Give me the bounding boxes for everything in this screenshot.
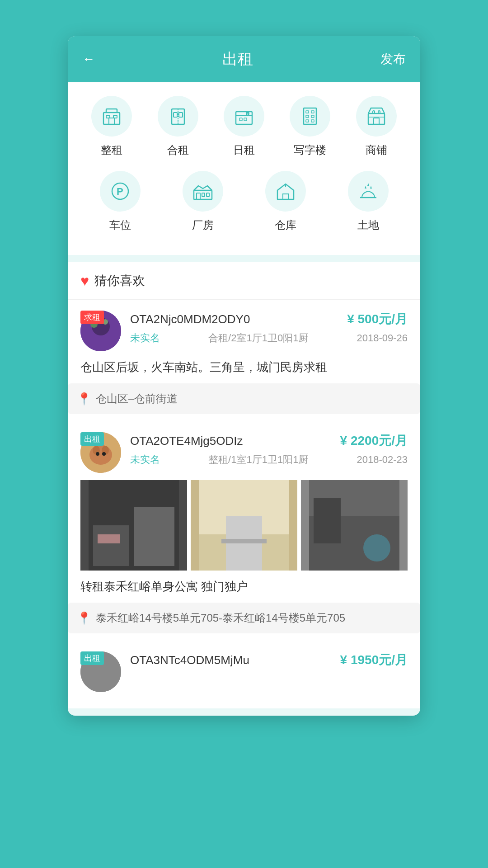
listing-info-3: OTA3NTc4ODM5MjMu ¥ 1950元/月 [130,651,408,672]
photo-grid-2 [80,480,408,571]
svg-point-35 [96,452,99,456]
photo-1 [80,480,187,571]
badge-2: 出租 [80,432,104,446]
category-shop[interactable]: 商铺 [349,96,404,157]
publish-button[interactable]: 发布 [380,51,406,68]
location-text-2: 泰禾红峪14号楼5单元705-泰禾红峪14号楼5单元705 [96,611,345,625]
listing-top-1: 求租 OTA2Njc0MDM2ODY0 ¥ 500元/月 未实名 合租/2室1厅… [80,311,408,351]
svg-rect-3 [113,115,117,118]
category-land[interactable]: 土地 [341,171,395,232]
name-row-3: OTA3NTc4ODM5MjMu ¥ 1950元/月 [130,651,408,669]
parking-icon-wrap: P [100,171,141,212]
category-daily-rent[interactable]: ¥ 日租 [217,96,271,157]
whole-rent-icon-wrap [91,96,132,137]
location-text-1: 仓山区–仓前街道 [96,392,178,406]
username-3: OTA3NTc4ODM5MjMu [130,653,249,667]
photo-img-1 [80,480,187,571]
svg-rect-10 [239,118,242,121]
header: ← 出租 发布 [68,36,420,82]
shared-rent-icon-wrap [158,96,198,137]
heart-icon: ♥ [80,273,89,289]
whole-rent-label: 整租 [101,143,122,157]
recommend-header: ♥ 猜你喜欢 [68,262,420,300]
svg-rect-2 [106,115,110,118]
name-row-2: OTA2OTE4Mjg5ODIz ¥ 2200元/月 [130,432,408,449]
whole-rent-icon [101,105,122,127]
land-icon-wrap [348,171,389,212]
date-1: 2018-09-26 [357,332,408,344]
svg-rect-13 [306,111,309,113]
page-title: 出租 [222,49,253,70]
svg-rect-16 [311,115,314,118]
price-1: ¥ 500元/月 [347,311,408,328]
parking-label: 车位 [109,218,131,232]
svg-rect-11 [244,118,247,121]
listing-info-1: OTA2Njc0MDM2ODY0 ¥ 500元/月 未实名 合租/2室1厅1卫0… [130,311,408,345]
svg-rect-17 [306,120,309,122]
shared-rent-label: 合租 [167,143,189,157]
date-2: 2018-02-23 [357,454,408,466]
parking-icon: P [109,180,131,202]
office-label: 写字楼 [294,143,326,157]
pin-icon-2: 📍 [77,611,91,625]
office-icon [299,105,321,127]
price-2: ¥ 2200元/月 [340,432,408,449]
svg-rect-40 [98,534,120,543]
svg-point-32 [89,445,112,465]
photo-2 [191,480,297,571]
badge-1: 求租 [80,311,104,324]
listing-card-3[interactable]: 出租 OTA3NTc4ODM5MjMu ¥ 1950元/月 [68,641,420,708]
photo-img-3 [301,480,408,571]
svg-rect-47 [314,498,341,543]
svg-rect-19 [368,113,385,124]
back-button[interactable]: ← [82,52,95,66]
category-whole-rent[interactable]: 整租 [84,96,139,157]
recommend-section: ♥ 猜你喜欢 求租 [68,262,420,708]
category-shared-rent[interactable]: 合租 [151,96,205,157]
shared-rent-icon [167,105,189,127]
factory-icon [192,180,214,202]
meta-row-1: 未实名 合租/2室1厅1卫0阳1厨 2018-09-26 [130,331,408,345]
photo-img-2 [191,480,297,571]
location-1: 📍 仓山区–仓前街道 [68,383,420,414]
category-factory[interactable]: 厂房 [176,171,230,232]
category-parking[interactable]: P 车位 [93,171,147,232]
listing-info-2: OTA2OTE4Mjg5ODIz ¥ 2200元/月 未实名 整租/1室1厅1卫… [130,432,408,467]
category-row-1: 整租 合租 [79,96,409,157]
listing-card-2[interactable]: 出租 OTA2OTE4Mjg5ODIz ¥ 2200元/月 未实名 整租/1室1… [68,421,420,633]
warehouse-icon [275,180,296,202]
shop-label: 商铺 [366,143,387,157]
svg-rect-6 [179,113,183,117]
svg-rect-44 [221,539,267,543]
daily-rent-icon: ¥ [233,105,255,127]
svg-rect-12 [304,108,316,124]
avatar-wrap-3: 出租 [80,651,121,692]
svg-rect-38 [93,525,129,566]
shop-icon [366,105,387,127]
listing-top-2: 出租 OTA2OTE4Mjg5ODIz ¥ 2200元/月 未实名 整租/1室1… [80,432,408,473]
svg-text:P: P [117,186,123,197]
factory-icon-wrap [183,171,223,212]
svg-rect-18 [311,120,314,122]
username-1: OTA2Njc0MDM2ODY0 [130,312,250,326]
name-row-1: OTA2Njc0MDM2ODY0 ¥ 500元/月 [130,311,408,328]
svg-rect-25 [202,193,205,197]
pin-icon-1: 📍 [77,392,91,406]
daily-rent-label: 日租 [233,143,255,157]
category-section: 整租 合租 [68,82,420,255]
verified-1: 未实名 [130,331,160,345]
warehouse-icon-wrap [265,171,306,212]
phone-wrapper: ← 出租 发布 整租 [68,36,420,716]
listing-card-1[interactable]: 求租 OTA2Njc0MDM2ODY0 ¥ 500元/月 未实名 合租/2室1厅… [68,300,420,414]
badge-3: 出租 [80,651,104,665]
category-warehouse[interactable]: 仓库 [258,171,313,232]
office-icon-wrap [290,96,330,137]
warehouse-label: 仓库 [275,218,296,232]
type-2: 整租/1室1厅1卫1阳1厨 [208,453,308,467]
svg-rect-39 [134,507,174,566]
username-2: OTA2OTE4Mjg5ODIz [130,434,243,448]
svg-point-36 [102,452,106,456]
svg-rect-20 [374,118,379,124]
price-3: ¥ 1950元/月 [340,651,408,669]
category-office[interactable]: 写字楼 [283,96,337,157]
